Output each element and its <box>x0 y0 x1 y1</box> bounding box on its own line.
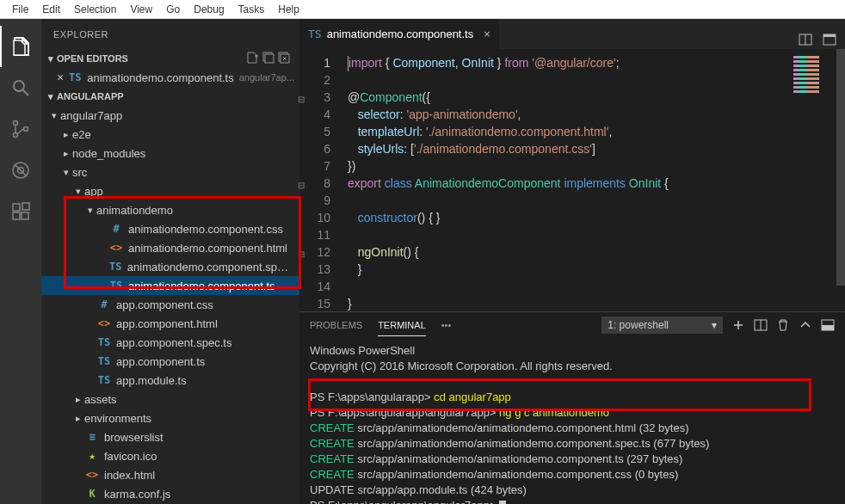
sidebar-title: EXPLORER <box>41 19 299 49</box>
file-label: favicon.ico <box>104 450 157 463</box>
file-label: environments <box>84 412 151 425</box>
file-label: app <box>84 185 103 198</box>
file-label: assets <box>84 393 117 406</box>
menu-bar: File Edit Selection View Go Debug Tasks … <box>0 0 845 19</box>
file-label: animationdemo.component.ts <box>87 71 234 84</box>
file-type-icon: K <box>84 488 100 500</box>
chevron-down-icon: ▾ <box>45 91 57 102</box>
split-terminal-icon[interactable] <box>754 318 768 332</box>
code-editor[interactable]: 123⊟45678⊟9101112⊟131415 import { Compon… <box>299 49 845 311</box>
file-item[interactable]: ▸#app.component.css <box>41 295 299 314</box>
folder-item[interactable]: ▾animationdemo <box>41 200 299 219</box>
file-label: animationdemo.component.css <box>128 223 283 236</box>
file-item[interactable]: ▸TSapp.component.ts <box>41 352 299 371</box>
terminal-output[interactable]: Windows PowerShellCopyright (C) 2016 Mic… <box>299 338 845 504</box>
file-type-icon: TS <box>108 261 122 273</box>
file-item[interactable]: ▸≡browserslist <box>41 427 299 446</box>
file-type-icon: TS <box>108 280 124 292</box>
folder-item[interactable]: ▸environments <box>41 409 299 427</box>
activity-explorer-icon[interactable] <box>0 26 41 67</box>
file-type-icon: TS <box>96 355 112 367</box>
menu-debug[interactable]: Debug <box>187 2 231 17</box>
maximize-panel-icon[interactable] <box>799 318 812 332</box>
file-item[interactable]: ▸TSapp.component.spec.ts <box>41 333 299 352</box>
close-panel-icon[interactable] <box>821 318 835 332</box>
activity-scm-icon[interactable] <box>0 108 41 150</box>
menu-help[interactable]: Help <box>271 2 306 17</box>
menu-selection[interactable]: Selection <box>67 2 123 17</box>
file-label: animationdemo.component.html <box>128 242 287 255</box>
close-all-icon[interactable] <box>277 51 291 66</box>
menu-tasks[interactable]: Tasks <box>231 2 272 17</box>
file-hint: angular7ap... <box>239 72 294 83</box>
folder-item[interactable]: ▸assets <box>41 390 299 409</box>
file-type-icon: <> <box>108 242 124 254</box>
file-item[interactable]: ▸<>app.component.html <box>41 314 299 333</box>
activity-search-icon[interactable] <box>0 67 41 108</box>
file-type-icon: TS <box>96 336 112 348</box>
activity-extensions-icon[interactable] <box>0 191 41 232</box>
svg-point-0 <box>14 81 24 91</box>
split-editor-icon[interactable] <box>799 33 812 49</box>
save-all-icon[interactable] <box>262 51 275 66</box>
close-icon[interactable]: × <box>484 28 490 40</box>
svg-rect-8 <box>13 204 20 211</box>
file-item[interactable]: ▸TSapp.module.ts <box>41 371 299 390</box>
file-type-icon: ★ <box>84 450 100 462</box>
file-label: karma.conf.js <box>104 488 170 501</box>
minimap[interactable] <box>793 54 836 132</box>
svg-rect-13 <box>265 54 274 63</box>
terminal-selector[interactable]: 1: powershell ▾ <box>601 317 723 334</box>
panel-more-icon[interactable]: ••• <box>441 315 452 335</box>
editor-scrollbar[interactable] <box>836 49 845 311</box>
svg-line-1 <box>23 90 28 95</box>
chevron-down-icon: ▾ <box>72 186 84 197</box>
file-item[interactable]: ▸Kkarma.conf.js <box>41 484 299 503</box>
menu-go[interactable]: Go <box>159 2 187 17</box>
file-type-icon: # <box>96 298 112 310</box>
svg-rect-9 <box>13 212 20 219</box>
file-item[interactable]: ▸<>animationdemo.component.html <box>41 238 299 257</box>
svg-rect-19 <box>823 34 836 37</box>
file-item[interactable]: ▸★favicon.ico <box>41 446 299 465</box>
svg-rect-11 <box>22 203 29 210</box>
chevron-down-icon: ▾ <box>45 53 57 65</box>
file-label: index.html <box>104 469 155 482</box>
file-label: app.module.ts <box>116 374 187 387</box>
file-label: app.component.html <box>116 317 218 330</box>
file-item[interactable]: ▸#animationdemo.component.css <box>41 219 299 238</box>
folder-item[interactable]: ▸e2e <box>41 125 299 144</box>
chevron-down-icon: ▾ <box>712 319 717 331</box>
folder-item[interactable]: ▾src <box>41 163 299 181</box>
line-number-gutter: 123⊟45678⊟9101112⊟131415 <box>299 49 342 311</box>
ts-file-icon: TS <box>308 28 322 40</box>
folder-item[interactable]: ▾app <box>41 181 299 200</box>
file-item[interactable]: ▸TSanimationdemo.component.ts <box>41 276 299 295</box>
svg-point-2 <box>14 121 18 126</box>
more-actions-icon[interactable] <box>823 33 836 49</box>
folder-item[interactable]: ▾angular7app <box>41 106 299 125</box>
workspace-header[interactable]: ▾ ANGULARAPP <box>41 87 299 106</box>
panel-tab-problems[interactable]: PROBLEMS <box>310 315 362 335</box>
file-type-icon: TS <box>96 374 112 386</box>
activity-debug-icon[interactable] <box>0 150 41 191</box>
chevron-down-icon: ▾ <box>84 205 96 216</box>
new-terminal-icon[interactable] <box>731 318 745 332</box>
open-editors-header[interactable]: ▾ OPEN EDITORS <box>41 49 299 68</box>
editor-tab[interactable]: TS animationdemo.component.ts × <box>299 19 500 49</box>
svg-rect-10 <box>22 212 28 219</box>
kill-terminal-icon[interactable] <box>776 318 790 332</box>
file-item[interactable]: ▸TSanimationdemo.component.spec.ts <box>41 257 299 276</box>
close-icon[interactable]: × <box>57 71 64 83</box>
open-editor-item[interactable]: × TS animationdemo.component.ts angular7… <box>41 68 299 87</box>
folder-item[interactable]: ▸node_modules <box>41 144 299 163</box>
file-item[interactable]: ▸<>index.html <box>41 465 299 484</box>
new-file-icon[interactable] <box>246 51 260 66</box>
menu-view[interactable]: View <box>123 2 159 17</box>
chevron-right-icon: ▸ <box>60 129 72 140</box>
panel-tab-terminal[interactable]: TERMINAL <box>378 315 426 336</box>
menu-file[interactable]: File <box>5 2 35 17</box>
menu-edit[interactable]: Edit <box>35 2 67 17</box>
file-label: app.component.css <box>116 298 213 311</box>
code-content[interactable]: import { Component, OnInit } from '@angu… <box>342 49 845 311</box>
